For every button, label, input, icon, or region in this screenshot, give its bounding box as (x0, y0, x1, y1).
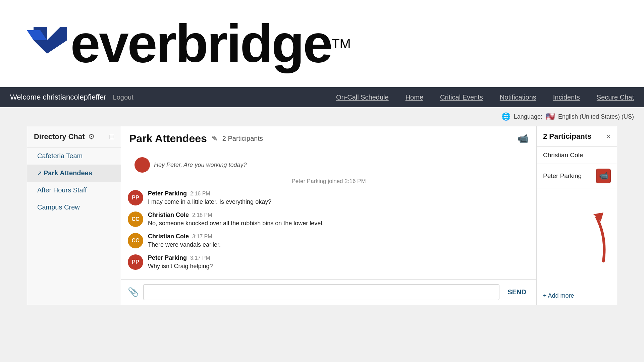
close-icon[interactable]: × (606, 132, 611, 141)
message-content: Peter Parking 3:17 PM Why isn't Craig he… (148, 254, 530, 270)
prev-message-row: Hey Peter, Are you working today? (128, 155, 530, 173)
message-header: Christian Cole 3:17 PM (148, 233, 530, 240)
message-sender: Christian Cole (148, 212, 189, 219)
add-more-link[interactable]: + Add more (537, 287, 617, 305)
chat-messages: Hey Peter, Are you working today? Peter … (121, 151, 536, 279)
message-text: There were vandals earlier. (148, 241, 530, 248)
message-time: 3:17 PM (192, 234, 212, 240)
table-row: CC Christian Cole 2:18 PM No, someone kn… (128, 212, 530, 227)
message-header: Christian Cole 2:18 PM (148, 212, 530, 219)
join-notice: Peter Parking joined 2:16 PM (128, 178, 530, 185)
sidebar-item-label: Park Attendees (44, 169, 92, 177)
prev-message-text: Hey Peter, Are you working today? (154, 162, 247, 169)
nav-welcome-text: Welcome christiancolepfieffer (10, 93, 106, 102)
participants-title: 2 Participants (543, 132, 591, 141)
chat-input[interactable] (143, 284, 499, 300)
flag-icon: 🇺🇸 (546, 112, 555, 121)
message-sender: Christian Cole (148, 233, 189, 240)
main-content: Directory Chat ⚙ □ Cafeteria Team ↗ Park… (0, 126, 644, 315)
gear-icon[interactable]: ⚙ (88, 132, 95, 141)
message-text: Why isn't Craig helping? (148, 263, 530, 270)
chat-title: Park Attendees (129, 132, 207, 145)
message-text: I may come in a little later. Is everyth… (148, 198, 530, 205)
participant-video-call-button[interactable]: 📹 (596, 169, 611, 183)
nav-home[interactable]: Home (406, 94, 423, 101)
sidebar-item-cafeteria-team[interactable]: Cafeteria Team (27, 147, 121, 165)
nav-links: On-Call Schedule Home Critical Events No… (336, 94, 634, 101)
compose-icon[interactable]: □ (110, 132, 114, 141)
message-time: 3:17 PM (190, 255, 210, 261)
language-value: English (United States) (US) (558, 113, 634, 120)
sidebar-item-after-hours-staff[interactable]: After Hours Staff (27, 182, 121, 199)
logout-link[interactable]: Logout (113, 94, 133, 101)
video-icon: 📹 (599, 172, 608, 180)
avatar: CC (128, 212, 143, 227)
participants-header: 2 Participants × (537, 126, 617, 147)
logo-container: everbridgeTM (27, 17, 351, 70)
table-row: PP Peter Parking 3:17 PM Why isn't Craig… (128, 254, 530, 270)
sidebar-item-campus-crew[interactable]: Campus Crew (27, 199, 121, 216)
logo-area: everbridgeTM (0, 0, 644, 87)
message-sender: Peter Parking (148, 190, 187, 197)
message-sender: Peter Parking (148, 254, 187, 261)
list-item: Peter Parking 📹 (537, 164, 617, 188)
message-header: Peter Parking 2:16 PM (148, 190, 530, 197)
table-row: PP Peter Parking 2:16 PM I may come in a… (128, 190, 530, 205)
logo-tm: TM (331, 36, 351, 51)
send-button[interactable]: SEND (504, 288, 530, 296)
chat-area: Park Attendees ✎ 2 Participants 📹 Hey Pe… (121, 126, 537, 305)
nav-notifications[interactable]: Notifications (500, 94, 536, 101)
navbar: Welcome christiancolepfieffer Logout On-… (0, 87, 644, 107)
video-call-button[interactable]: 📹 (518, 133, 528, 144)
attach-icon[interactable]: 📎 (128, 287, 139, 297)
language-bar: 🌐 Language: 🇺🇸 English (United States) (… (0, 107, 644, 126)
participants-panel: 2 Participants × Christian Cole Peter Pa… (537, 126, 617, 305)
nav-secure-chat[interactable]: Secure Chat (597, 94, 634, 101)
nav-on-call-schedule[interactable]: On-Call Schedule (336, 94, 389, 101)
language-label: Language: (514, 113, 542, 120)
message-time: 2:18 PM (192, 212, 212, 218)
sidebar: Directory Chat ⚙ □ Cafeteria Team ↗ Park… (27, 126, 121, 305)
avatar: PP (128, 190, 143, 205)
message-content: Peter Parking 2:16 PM I may come in a li… (148, 190, 530, 205)
nav-incidents[interactable]: Incidents (553, 94, 580, 101)
message-content: Christian Cole 3:17 PM There were vandal… (148, 233, 530, 248)
sidebar-header: Directory Chat ⚙ □ (27, 126, 121, 147)
participant-name: Christian Cole (543, 152, 583, 159)
sidebar-item-park-attendees[interactable]: ↗ Park Attendees (27, 165, 121, 182)
globe-icon: 🌐 (501, 112, 511, 121)
list-item: Christian Cole (537, 147, 617, 164)
chat-participants-count: 2 Participants (222, 135, 263, 142)
chat-input-area: 📎 SEND (121, 279, 536, 305)
sidebar-item-label: Cafeteria Team (37, 152, 83, 160)
sidebar-title: Directory Chat (34, 132, 85, 141)
everbridge-logo-icon (27, 20, 67, 67)
message-content: Christian Cole 2:18 PM No, someone knock… (148, 212, 530, 227)
participant-name: Peter Parking (543, 172, 582, 180)
avatar: PP (128, 254, 143, 270)
logo-text: everbridge (70, 17, 331, 70)
message-text: No, someone knocked over all the rubbish… (148, 220, 530, 227)
table-row: CC Christian Cole 3:17 PM There were van… (128, 233, 530, 248)
external-link-icon: ↗ (37, 170, 42, 176)
message-time: 2:16 PM (190, 191, 210, 197)
sidebar-item-label: Campus Crew (37, 203, 80, 211)
chat-header: Park Attendees ✎ 2 Participants 📹 (121, 126, 536, 151)
nav-critical-events[interactable]: Critical Events (440, 94, 483, 101)
avatar: CC (128, 233, 143, 248)
message-header: Peter Parking 3:17 PM (148, 254, 530, 261)
edit-icon[interactable]: ✎ (212, 134, 218, 143)
prev-avatar (135, 157, 150, 173)
arrow-annotation (577, 197, 613, 264)
sidebar-item-label: After Hours Staff (37, 186, 87, 194)
